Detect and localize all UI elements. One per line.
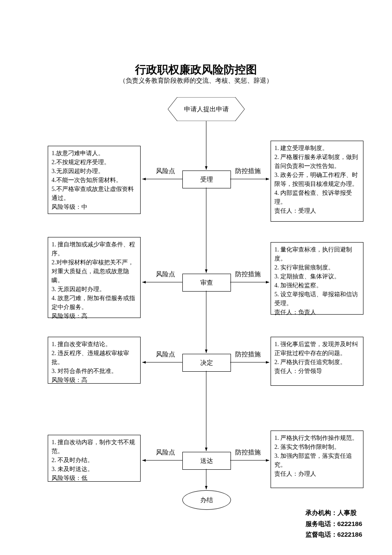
end-label: 办结 [200, 496, 213, 504]
start-node: 申请人提出申请 [168, 97, 245, 121]
end-node: 办结 [182, 490, 231, 510]
step-accept-label: 受理 [200, 176, 213, 184]
step-review-label: 审查 [200, 279, 213, 287]
footer-supervise: 监督电话：6222186 [306, 529, 362, 540]
step-deliver: 送达 [182, 452, 231, 470]
step-review: 审查 [182, 274, 231, 292]
measure-label-4: 防控措施 [235, 448, 261, 457]
start-label: 申请人提出申请 [168, 105, 245, 113]
risk-deliver: 1. 擅自改动内容，制作文书不规范。 2. 不及时办结。 3. 未及时送达。 风… [48, 435, 141, 482]
footer-service: 服务电话：6222186 [306, 518, 362, 529]
step-accept: 受理 [182, 171, 231, 188]
step-deliver-label: 送达 [200, 457, 213, 465]
measure-accept: 1. 建立受理单制度。 2. 严格履行服务承诺制度，做到首问负责和一次性告知。 … [271, 141, 363, 222]
measure-decide: 1. 强化事后监管，发现并及时纠正审批过程中存在的问题。 2. 严格执行责任追究… [271, 337, 363, 386]
measure-label-3: 防控措施 [235, 350, 261, 358]
page-subtitle: （负责义务教育阶段教师的交流、考核、奖惩、辞退） [0, 77, 392, 85]
footer-org: 承办机构：人事股 [306, 507, 362, 518]
measure-label-1: 防控措施 [235, 167, 261, 175]
risk-label-2: 风险点 [156, 270, 175, 278]
risk-decide: 1. 擅自改变审查结论。 2. 违反程序、违规越权审核审批。 3. 对符合条件的… [48, 337, 141, 384]
risk-label-1: 风险点 [156, 167, 175, 175]
risk-review: 1. 擅自增加或减少审查条件、程序。 2.对申报材料的审核把关不严，对重大质疑点… [48, 237, 141, 318]
step-decide: 决定 [182, 354, 231, 372]
measure-deliver: 1. 严格执行文书制作操作规范。 2. 落实文书制作限时制。 3. 加强内部监管… [271, 431, 363, 488]
risk-label-3: 风险点 [156, 350, 175, 358]
risk-accept: 1.故意刁难申请人。 2.不按规定程序受理。 3.无原因超时办理。 4.不能一次… [48, 146, 141, 214]
step-decide-label: 决定 [200, 359, 213, 367]
measure-review: 1. 量化审查标准，执行回避制度。 2. 实行审批留痕制度。 3. 定期抽查、集… [271, 242, 363, 315]
risk-label-4: 风险点 [156, 448, 175, 457]
footer-info: 承办机构：人事股 服务电话：6222186 监督电话：6222186 [306, 507, 362, 540]
measure-label-2: 防控措施 [235, 270, 261, 278]
page-title: 行政职权廉政风险防控图 [0, 62, 392, 77]
